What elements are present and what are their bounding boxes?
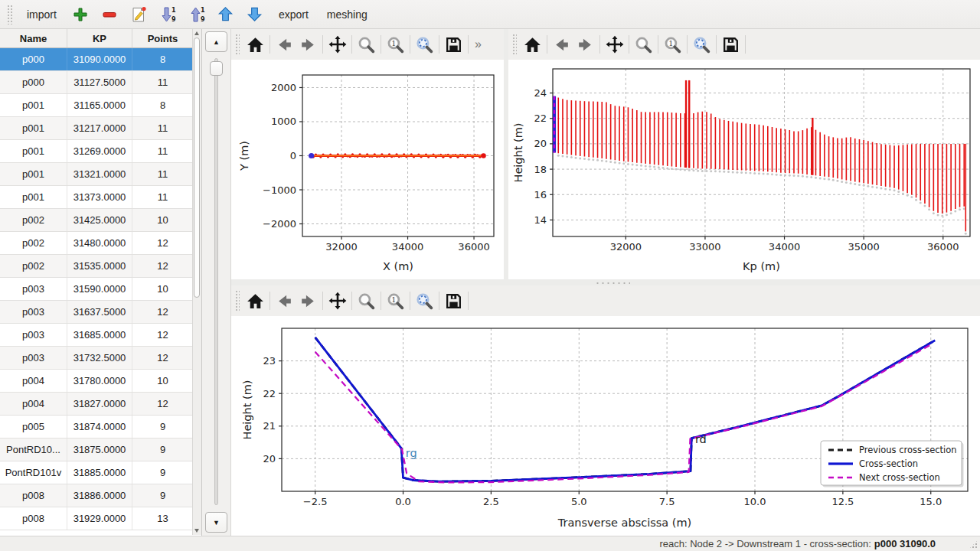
svg-text:36000: 36000 xyxy=(927,241,959,253)
import-button[interactable]: import xyxy=(18,4,66,25)
svg-text:2.5: 2.5 xyxy=(483,496,499,507)
plots-area: 1 » 320003400036000200010000−1000−2000X … xyxy=(231,29,980,536)
move-down-button[interactable] xyxy=(240,2,270,27)
table-row[interactable]: p00231425.000010 xyxy=(0,209,201,232)
plot-toolbar-drag-handle[interactable] xyxy=(235,34,240,55)
slider-down-button[interactable]: ▼ xyxy=(205,512,227,533)
column-header-kp[interactable]: KP xyxy=(67,29,132,47)
table-row[interactable]: p00131217.000011 xyxy=(0,117,201,140)
svg-text:21: 21 xyxy=(263,420,276,432)
zoom-fit-button[interactable] xyxy=(413,289,436,312)
column-header-name[interactable]: Name xyxy=(0,29,67,47)
toolbar-separator xyxy=(439,292,439,310)
table-row[interactable]: p00431780.000010 xyxy=(0,370,201,393)
back-arrow-icon xyxy=(552,35,571,54)
table-scrollbar[interactable] xyxy=(192,29,201,535)
plot-toolbar-drag-handle[interactable] xyxy=(512,34,517,55)
table-row[interactable]: p00131373.000011 xyxy=(0,186,201,209)
save-figure-button[interactable] xyxy=(719,33,743,56)
horizontal-splitter[interactable] xyxy=(231,279,980,285)
table-row[interactable]: p00331685.000012 xyxy=(0,324,201,347)
pan-button[interactable] xyxy=(603,33,626,56)
back-button[interactable] xyxy=(273,289,296,312)
meshing-button[interactable]: meshing xyxy=(318,4,377,25)
table-row[interactable]: p00831929.000013 xyxy=(0,507,201,530)
cell-name: p002 xyxy=(0,255,67,277)
table-row[interactable]: p00831886.00009 xyxy=(0,484,201,507)
column-header-points[interactable]: Points xyxy=(132,29,194,47)
sort-ascending-button[interactable]: 1 9 xyxy=(182,2,211,27)
cell-points: 12 xyxy=(132,347,194,369)
export-button[interactable]: export xyxy=(270,4,318,25)
magnifier-fit-icon xyxy=(692,35,711,54)
slider-track[interactable] xyxy=(214,58,218,505)
home-button[interactable] xyxy=(521,33,544,56)
profile-plot[interactable]: 3200033000340003500036000141618202224Kp … xyxy=(508,60,980,279)
toolbar-drag-handle[interactable] xyxy=(7,5,14,24)
pan-button[interactable] xyxy=(325,33,349,56)
scrollbar-up-icon[interactable] xyxy=(194,31,199,35)
zoom-fit-button[interactable] xyxy=(690,33,714,56)
trace-plot[interactable]: 320003400036000200010000−1000−2000X (m)Y… xyxy=(231,60,504,279)
pan-button[interactable] xyxy=(325,289,349,312)
forward-button[interactable] xyxy=(296,33,320,56)
table-row[interactable]: p00331732.500012 xyxy=(0,347,201,370)
remove-cross-section-button[interactable] xyxy=(95,2,124,27)
table-scrollbar-thumb[interactable] xyxy=(194,37,200,298)
save-figure-button[interactable] xyxy=(442,289,466,312)
table-row[interactable]: p00431827.000012 xyxy=(0,393,201,416)
table-header: Name KP Points xyxy=(0,29,201,48)
trace-plot-panel: 1 » 320003400036000200010000−1000−2000X … xyxy=(231,29,504,279)
resize-grip-icon[interactable] xyxy=(969,540,978,549)
scrollbar-down-icon[interactable] xyxy=(194,529,199,533)
back-button[interactable] xyxy=(273,33,296,56)
add-cross-section-button[interactable] xyxy=(66,2,95,27)
table-row[interactable]: p00331637.500012 xyxy=(0,301,201,324)
table-row[interactable]: p00231535.000012 xyxy=(0,255,201,278)
table-row[interactable]: PontRD101v31885.00009 xyxy=(0,461,201,484)
save-figure-button[interactable] xyxy=(442,33,466,56)
zoom-selection-button[interactable]: 1 xyxy=(661,33,684,56)
slider-up-button[interactable]: ▲ xyxy=(205,31,227,52)
toolbar-separator xyxy=(658,35,658,54)
zoom-button[interactable] xyxy=(632,33,655,56)
toolbar-overflow-icon[interactable]: » xyxy=(475,37,482,51)
zoom-fit-button[interactable] xyxy=(413,33,436,56)
cell-name: PontRD10... xyxy=(0,439,67,461)
cell-kp: 31590.0000 xyxy=(67,278,132,300)
forward-button[interactable] xyxy=(573,33,597,56)
svg-text:1: 1 xyxy=(392,295,397,303)
edit-cross-section-button[interactable] xyxy=(124,2,153,27)
move-up-button[interactable] xyxy=(211,2,240,27)
toolbar-separator xyxy=(468,35,469,54)
cross-section-plot[interactable]: −2.50.02.55.07.510.012.515.020212223Tran… xyxy=(231,316,980,536)
svg-text:0.0: 0.0 xyxy=(395,496,411,507)
zoom-button[interactable] xyxy=(354,33,378,56)
table-row[interactable]: PontRD10...31875.00009 xyxy=(0,439,201,461)
cell-name: p001 xyxy=(0,117,67,139)
cross-section-plot-toolbar: 1 xyxy=(231,285,980,316)
sort-descending-button[interactable]: 1 9 xyxy=(153,2,182,27)
cell-name: p001 xyxy=(0,163,67,185)
plot-toolbar-drag-handle[interactable] xyxy=(235,290,240,311)
forward-button[interactable] xyxy=(296,289,320,312)
zoom-button[interactable] xyxy=(354,289,378,312)
table-row[interactable]: p00331590.000010 xyxy=(0,278,201,301)
back-button[interactable] xyxy=(550,33,573,56)
sort-ascending-icon: 1 9 xyxy=(188,5,206,24)
table-row[interactable]: p00131269.000011 xyxy=(0,140,201,163)
table-row[interactable]: p00131165.00008 xyxy=(0,94,201,117)
zoom-selection-button[interactable]: 1 xyxy=(384,33,407,56)
slider-thumb[interactable] xyxy=(210,61,223,76)
table-row[interactable]: p00231480.000012 xyxy=(0,232,201,255)
home-button[interactable] xyxy=(243,289,267,312)
zoom-selection-button[interactable]: 1 xyxy=(384,289,407,312)
cell-name: p008 xyxy=(0,507,67,530)
home-button[interactable] xyxy=(243,33,267,56)
table-row[interactable]: p00531874.00009 xyxy=(0,416,201,439)
table-row[interactable]: p00031127.500011 xyxy=(0,71,201,94)
up-arrow-icon xyxy=(217,5,234,23)
profile-plot-toolbar: 1 xyxy=(508,29,980,60)
table-row[interactable]: p00031090.00008 xyxy=(0,48,201,71)
table-row[interactable]: p00131321.000011 xyxy=(0,163,201,186)
